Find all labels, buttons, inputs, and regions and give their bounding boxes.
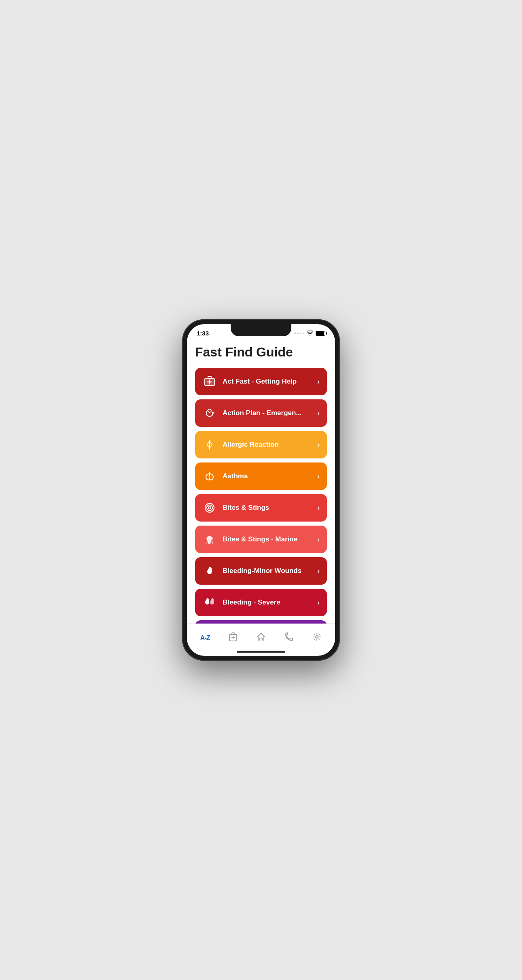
- nav-item-az[interactable]: A-Z: [191, 634, 219, 642]
- menu-item-allergic-reaction[interactable]: Allergic Reaction ›: [195, 431, 327, 458]
- menu-item-bleeding-severe[interactable]: Bleeding - Severe ›: [195, 589, 327, 616]
- screen-content[interactable]: Fast Find Guide: [187, 338, 335, 656]
- jellyfish-icon: [202, 532, 217, 547]
- az-icon: A-Z: [200, 634, 210, 642]
- menu-label-bites-stings-marine: Bites & Stings - Marine: [223, 535, 297, 543]
- chevron-icon: ›: [317, 504, 320, 512]
- first-aid-icon: [202, 374, 217, 389]
- drop-icon: [202, 564, 217, 578]
- chevron-icon: ›: [317, 567, 320, 575]
- phone-screen: 1:33 Fast Find: [187, 324, 335, 656]
- hospital-icon: [228, 632, 238, 644]
- signal-dots: [294, 333, 304, 334]
- allergy-icon: [202, 437, 217, 452]
- svg-point-8: [209, 440, 210, 442]
- svg-point-5: [208, 409, 211, 412]
- svg-point-10: [207, 505, 212, 511]
- chevron-icon: ›: [317, 535, 320, 544]
- notch: [231, 324, 291, 336]
- svg-line-16: [212, 539, 212, 543]
- menu-label-allergic-reaction: Allergic Reaction: [223, 441, 279, 449]
- chevron-icon: ›: [317, 598, 320, 607]
- nav-item-home[interactable]: [247, 632, 275, 644]
- svg-point-24: [316, 636, 318, 638]
- battery-icon: [316, 331, 325, 336]
- nav-item-settings[interactable]: [303, 632, 331, 644]
- wifi-icon: [307, 330, 313, 337]
- chevron-icon: ›: [317, 409, 320, 418]
- svg-line-13: [208, 539, 209, 543]
- status-time: 1:33: [197, 330, 209, 337]
- menu-label-asthma: Asthma: [223, 472, 248, 480]
- bottom-nav: A-Z: [187, 624, 335, 656]
- svg-point-6: [212, 412, 214, 414]
- menu-item-bleeding-minor[interactable]: Bleeding-Minor Wounds ›: [195, 557, 327, 585]
- svg-line-15: [210, 539, 211, 543]
- svg-line-12: [207, 539, 208, 543]
- page-title: Fast Find Guide: [195, 345, 327, 360]
- svg-point-11: [208, 507, 211, 509]
- menu-item-asthma[interactable]: Asthma ›: [195, 462, 327, 490]
- nav-item-phone[interactable]: [275, 632, 303, 644]
- menu-label-bleeding-minor: Bleeding-Minor Wounds: [223, 567, 301, 575]
- stethoscope-icon: [202, 406, 217, 420]
- menu-label-bites-stings: Bites & Stings: [223, 504, 269, 512]
- menu-label-act-fast: Act Fast - Getting Help: [223, 378, 297, 386]
- menu-label-bleeding-severe: Bleeding - Severe: [223, 598, 280, 607]
- home-icon: [256, 632, 266, 644]
- nav-item-hospital[interactable]: [219, 632, 247, 644]
- menu-item-act-fast[interactable]: Act Fast - Getting Help ›: [195, 368, 327, 395]
- target-icon: [202, 501, 217, 515]
- phone-icon: [284, 632, 293, 644]
- drops-icon: [202, 595, 217, 610]
- status-icons: [294, 330, 325, 337]
- chevron-icon: ›: [317, 441, 320, 449]
- menu-item-bites-stings-marine[interactable]: Bites & Stings - Marine ›: [195, 526, 327, 553]
- svg-rect-2: [208, 376, 211, 378]
- menu-item-action-plan[interactable]: Action Plan - Emergen... ›: [195, 399, 327, 427]
- menu-item-bites-stings[interactable]: Bites & Stings ›: [195, 494, 327, 522]
- settings-icon: [312, 632, 321, 644]
- chevron-icon: ›: [317, 378, 320, 386]
- home-indicator: [237, 651, 285, 653]
- lungs-icon: [202, 469, 217, 484]
- menu-label-action-plan: Action Plan - Emergen...: [223, 409, 302, 417]
- phone-frame: 1:33 Fast Find: [182, 319, 340, 661]
- menu-list: Act Fast - Getting Help ›: [195, 368, 327, 656]
- chevron-icon: ›: [317, 472, 320, 481]
